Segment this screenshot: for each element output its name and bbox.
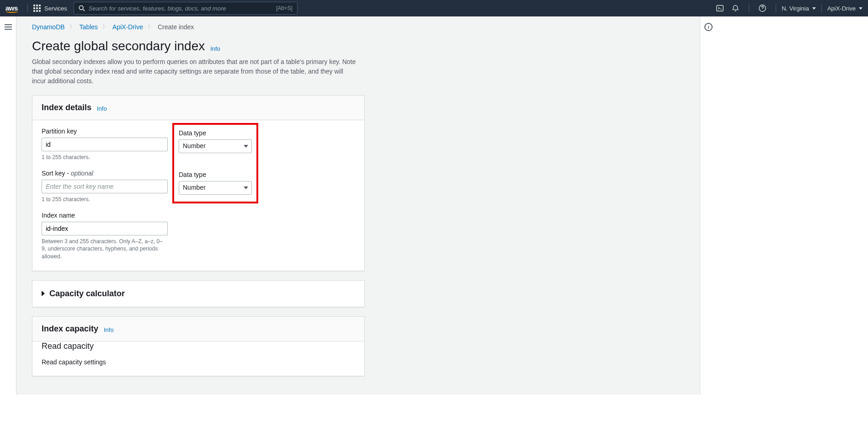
- chevron-right-icon: 〉: [102, 23, 108, 31]
- chevron-right-icon: 〉: [69, 23, 75, 31]
- sort-key-datatype-select[interactable]: Number: [179, 181, 252, 195]
- partition-key-datatype-label: Data type: [179, 129, 252, 137]
- breadcrumb-current: Create index: [158, 23, 194, 31]
- notifications-icon[interactable]: [731, 4, 740, 12]
- info-link[interactable]: Info: [210, 45, 220, 52]
- caret-down-icon: [812, 7, 816, 10]
- panel-title: Index details: [42, 103, 91, 112]
- sort-key-hint: 1 to 255 characters.: [42, 196, 168, 203]
- region-selector[interactable]: N. Virginia: [782, 5, 816, 12]
- search-input[interactable]: [89, 5, 276, 12]
- sidebar-toggle[interactable]: [0, 16, 16, 395]
- partition-key-datatype-select[interactable]: Number: [179, 139, 252, 153]
- services-menu-button[interactable]: Services: [33, 5, 67, 12]
- read-capacity-settings-label: Read capacity settings: [42, 358, 355, 366]
- panel-header: Index details Info: [32, 96, 364, 120]
- breadcrumb-dynamodb[interactable]: DynamoDB: [32, 23, 65, 31]
- capacity-calculator-toggle[interactable]: Capacity calculator: [32, 281, 364, 307]
- index-name-label: Index name: [42, 212, 168, 219]
- cloudshell-icon[interactable]: [716, 4, 724, 12]
- search-box[interactable]: [Alt+S]: [74, 2, 298, 15]
- hamburger-icon: [5, 23, 12, 31]
- partition-key-input[interactable]: [42, 138, 168, 151]
- panel-capacity-calculator: Capacity calculator: [32, 280, 365, 307]
- page-description: Global secondary indexes allow you to pe…: [32, 57, 357, 86]
- aws-logo[interactable]: aws: [5, 4, 18, 13]
- page-header: Create global secondary index Info Globa…: [32, 39, 692, 86]
- breadcrumb-tables[interactable]: Tables: [80, 23, 98, 31]
- info-link[interactable]: Info: [104, 326, 114, 333]
- info-panel-toggle[interactable]: i: [700, 16, 717, 395]
- panel-title: Index capacity: [42, 324, 98, 334]
- account-label: ApiX-Drive: [827, 5, 856, 12]
- index-name-input[interactable]: [42, 222, 168, 235]
- search-shortcut: [Alt+S]: [276, 5, 293, 11]
- highlight-annotation: Data type Number Data type Number: [172, 123, 258, 203]
- chevron-right-icon: 〉: [148, 23, 153, 31]
- index-name-hint: Between 3 and 255 characters. Only A–Z, …: [42, 238, 163, 261]
- caret-right-icon: [42, 291, 45, 296]
- read-capacity-heading: Read capacity: [42, 341, 355, 351]
- account-selector[interactable]: ApiX-Drive: [827, 5, 863, 12]
- capacity-calculator-title: Capacity calculator: [49, 289, 125, 299]
- breadcrumb: DynamoDB 〉 Tables 〉 ApiX-Drive 〉 Create …: [32, 23, 692, 31]
- content-area: DynamoDB 〉 Tables 〉 ApiX-Drive 〉 Create …: [16, 16, 700, 395]
- help-icon[interactable]: [758, 4, 767, 12]
- breadcrumb-table-name[interactable]: ApiX-Drive: [112, 23, 143, 31]
- partition-key-hint: 1 to 255 characters.: [42, 154, 168, 161]
- partition-key-label: Partition key: [42, 128, 168, 135]
- divider: [821, 4, 822, 12]
- top-navbar: aws Services [Alt+S] N. Virgini: [0, 0, 868, 16]
- sort-key-datatype-label: Data type: [179, 171, 252, 178]
- grid-icon: [33, 5, 41, 12]
- search-icon: [79, 5, 85, 11]
- info-icon: i: [704, 23, 713, 31]
- region-label: N. Virginia: [782, 5, 809, 12]
- panel-header: Index capacity Info: [32, 317, 364, 341]
- caret-down-icon: [859, 7, 863, 10]
- panel-index-details: Index details Info Partition key 1 to 25…: [32, 95, 365, 271]
- panel-index-capacity: Index capacity Info Read capacity Read c…: [32, 316, 365, 376]
- sort-key-input[interactable]: [42, 180, 168, 193]
- info-link[interactable]: Info: [97, 105, 107, 112]
- divider: [776, 4, 776, 12]
- sort-key-label: Sort key - optional: [42, 170, 168, 177]
- page-title: Create global secondary index: [32, 39, 205, 53]
- svg-line-1: [83, 10, 85, 11]
- svg-point-0: [79, 5, 83, 10]
- divider: [27, 4, 28, 12]
- services-label: Services: [44, 5, 67, 12]
- divider: [749, 4, 749, 12]
